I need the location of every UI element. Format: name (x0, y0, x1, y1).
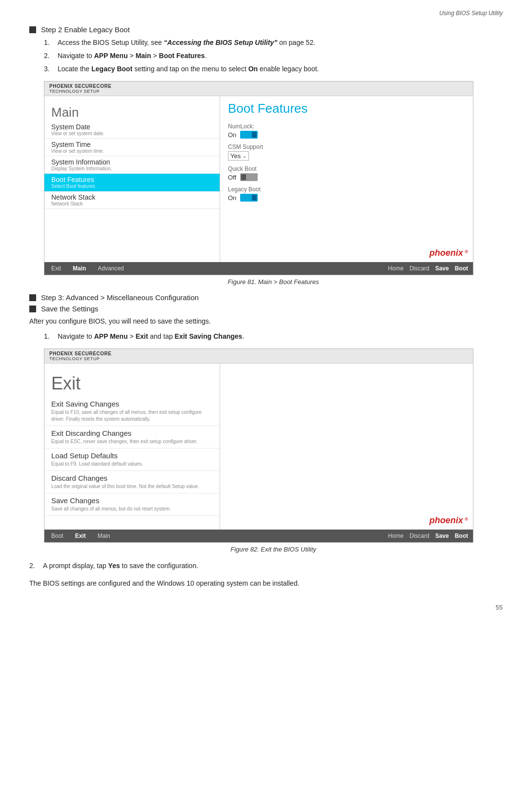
step2-item-2: 2. Navigate to APP Menu > Main > Boot Fe… (44, 51, 503, 61)
exit-discarding-desc: Equal to ESC, never save changes, then e… (51, 438, 213, 445)
save-changes-name: Save Changes (51, 496, 213, 505)
bios-body-1: Main System Date View or set system date… (44, 96, 473, 262)
page-number: 55 (29, 604, 503, 611)
discard-changes-item: Discard Changes Load the original value … (44, 471, 220, 493)
exit-saving-name: Exit Saving Changes (51, 400, 213, 408)
system-date-label: System Date (51, 123, 213, 131)
step2-num-2: 2. (44, 51, 58, 61)
app-menu-bold-2: APP Menu (94, 332, 128, 340)
bios-left-title-1: Main (44, 101, 220, 121)
footer-home-1: Home (388, 265, 404, 272)
footer-exit-1: Exit (49, 264, 63, 273)
yes-bold: Yes (108, 562, 120, 570)
bullet-square-3 (29, 294, 36, 301)
bios-exit-left-panel: Exit Exit Saving Changes Equal to F10, s… (44, 364, 220, 530)
body-text-3: The BIOS settings are configured and the… (29, 578, 503, 589)
save-settings-heading: Save the Settings (29, 305, 503, 313)
italic-link: “Accessing the BIOS Setup Utility” (164, 39, 278, 46)
footer-exit-2: Exit (73, 531, 88, 540)
footer-save-2: Save (435, 532, 449, 539)
bios-body-2: Exit Exit Saving Changes Equal to F10, s… (44, 364, 473, 530)
bios-screenshot-1: PHOENIX SECURECORE TECHNOLOGY SETUP Main… (44, 81, 473, 275)
legacyboot-text: On (228, 194, 236, 202)
bios-footer-1: Exit Main Advanced Home Discard Save Boo… (44, 262, 473, 275)
app-menu-bold: APP Menu (94, 52, 128, 60)
quickboot-label: Quick Boot (228, 165, 465, 172)
step2-num-1: 1. (44, 38, 58, 48)
exit-bold: Exit (136, 332, 148, 340)
main-bold: Main (136, 52, 151, 60)
navigate-list: 1. Navigate to APP Menu > Exit and tap E… (29, 331, 503, 342)
step2-content-3: Locate the Legacy Boot setting and tap o… (58, 64, 319, 74)
load-defaults-name: Load Setup Defaults (51, 451, 213, 460)
step2-item-1: 1. Access the BIOS Setup Utility, see “A… (44, 38, 503, 48)
numlock-toggle (240, 131, 258, 139)
boot-features-label: Boot Features (51, 176, 213, 184)
numlock-text: On (228, 131, 236, 139)
bios-right-panel-1: Boot Features NumLock: On CSM Support Ye… (220, 96, 473, 262)
boot-features-desc: Select Boot features (51, 184, 213, 189)
numlock-value: On (228, 131, 465, 139)
legacyboot-label: Legacy Boot (228, 186, 465, 193)
step2-list: 1. Access the BIOS Setup Utility, see “A… (29, 38, 503, 74)
footer-main-1: Main (71, 264, 88, 273)
bios-exit-title: Exit (44, 368, 220, 397)
footer-discard-2: Discard (409, 532, 430, 539)
step2-content-2: Navigate to APP Menu > Main > Boot Featu… (58, 51, 207, 61)
bios-header-2: PHOENIX SECURECORE TECHNOLOGY SETUP (44, 349, 473, 364)
bios-header-line2: TECHNOLOGY SETUP (49, 89, 468, 94)
exit-saving-desc: Equal to F10, save all changes of all me… (51, 409, 213, 423)
system-time-desc: View or set system time. (51, 148, 213, 154)
network-stack-desc: Network Stack (51, 201, 213, 206)
save-changes-item: Save Changes Save all changes of all men… (44, 493, 220, 516)
step2-heading: Step 2 Enable Legacy Boot (29, 25, 503, 34)
exit-saving-bold: Exit Saving Changes (175, 332, 242, 340)
system-date-desc: View or set system date. (51, 131, 213, 136)
navigate-num-1: 1. (44, 331, 58, 342)
body-text-1: After you configure BIOS, you will need … (29, 316, 503, 327)
exit-discarding-name: Exit Discarding Changes (51, 429, 213, 437)
system-info-label: System Information (51, 158, 213, 166)
footer-main-2: Main (96, 531, 112, 540)
bios-screenshot-2: PHOENIX SECURECORE TECHNOLOGY SETUP Exit… (44, 348, 473, 543)
post-content-2: A prompt display, tap Yes to save the co… (43, 561, 198, 571)
bios-header-line1: PHOENIX SECURECORE (49, 83, 468, 89)
bios-header-1: PHOENIX SECURECORE TECHNOLOGY SETUP (44, 82, 473, 96)
bios-footer-right-1: Home Discard Save Boot (388, 265, 468, 272)
bios-menu-system-date: System Date View or set system date. (44, 121, 220, 139)
bios-right-panel-2: phoenix ® (220, 364, 473, 530)
footer-boot-2-l: Boot (49, 531, 65, 540)
bios-row-quickboot: Quick Boot Off (228, 165, 465, 181)
legacyboot-value: On (228, 194, 465, 202)
exit-discarding-item: Exit Discarding Changes Equal to ESC, ne… (44, 426, 220, 449)
boot-features-bold: Boot Features (159, 52, 205, 60)
footer-discard-1: Discard (409, 265, 430, 272)
system-time-label: System Time (51, 141, 213, 148)
footer-advanced-1: Advanced (96, 264, 125, 273)
network-stack-label: Network Stack (51, 193, 213, 201)
page-header: Using BIOS Setup Utility (29, 10, 503, 17)
csm-label: CSM Support (228, 143, 465, 150)
numlock-label: NumLock: (228, 123, 465, 130)
step2-num-3: 3. (44, 64, 58, 74)
bios-row-numlock: NumLock: On (228, 123, 465, 139)
footer-boot-2: Boot (455, 532, 468, 539)
figure2-caption: Figure 82. Exit the BIOS Utility (44, 546, 503, 553)
bullet-square-1 (29, 26, 36, 33)
bios-menu-network-stack: Network Stack Network Stack (44, 191, 220, 209)
bios-menu-system-time: System Time View or set system time. (44, 139, 220, 156)
figure1-caption: Figure 81. Main > Boot Features (44, 278, 503, 286)
quickboot-text: Off (228, 174, 236, 181)
bios-header-line2-2: TECHNOLOGY SETUP (49, 356, 468, 361)
post-figure-item-2: 2. A prompt display, tap Yes to save the… (29, 561, 503, 571)
load-defaults-desc: Equal to F9. Load standard default value… (51, 461, 213, 468)
quickboot-value: Off (228, 173, 465, 181)
save-settings-text: Save the Settings (41, 305, 99, 313)
legacyboot-toggle (240, 194, 258, 202)
bios-right-title-1: Boot Features (228, 101, 465, 116)
navigate-item-1: 1. Navigate to APP Menu > Exit and tap E… (44, 331, 503, 342)
phoenix-logo-2: phoenix ® (430, 515, 468, 526)
csm-select: Yes ⌄ (228, 151, 249, 161)
step2-content-1: Access the BIOS Setup Utility, see “Acce… (58, 38, 315, 48)
footer-home-2: Home (388, 532, 404, 539)
